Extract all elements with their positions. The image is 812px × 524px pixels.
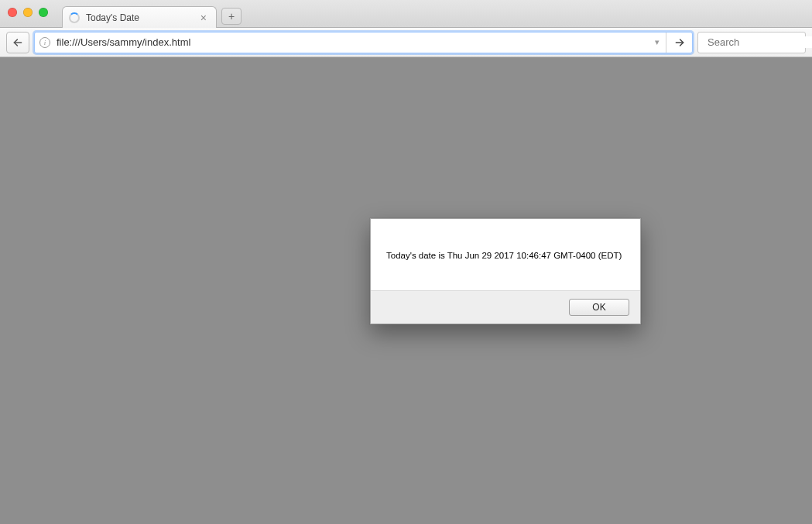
tab-close-button[interactable]: × <box>197 12 210 24</box>
tab-strip: Today's Date × + <box>62 0 242 27</box>
browser-tab[interactable]: Today's Date × <box>62 6 217 28</box>
url-input[interactable] <box>55 33 649 53</box>
window-minimize-button[interactable] <box>23 8 33 17</box>
search-input[interactable] <box>708 36 812 48</box>
arrow-left-icon <box>12 37 23 48</box>
alert-ok-button[interactable]: OK <box>569 299 629 316</box>
tab-title: Today's Date <box>86 12 197 23</box>
back-button[interactable] <box>6 32 29 53</box>
search-box[interactable] <box>697 32 806 53</box>
alert-footer: OK <box>371 290 640 324</box>
info-icon: i <box>39 37 50 48</box>
alert-message: Today's date is Thu Jun 29 2017 10:46:47… <box>386 249 622 262</box>
traffic-lights <box>8 8 48 17</box>
alert-body: Today's date is Thu Jun 29 2017 10:46:47… <box>371 219 640 290</box>
chevron-down-icon: ▾ <box>655 37 660 46</box>
new-tab-button[interactable]: + <box>221 8 242 25</box>
loading-spinner-icon <box>69 12 80 23</box>
alert-dialog: Today's date is Thu Jun 29 2017 10:46:47… <box>370 218 641 324</box>
arrow-right-icon <box>674 37 685 48</box>
site-info-button[interactable]: i <box>35 37 55 48</box>
address-dropdown-button[interactable]: ▾ <box>649 37 666 47</box>
window-close-button[interactable] <box>8 8 17 17</box>
plus-icon: + <box>228 10 235 22</box>
go-button[interactable] <box>666 33 692 53</box>
titlebar: Today's Date × + <box>0 0 812 28</box>
window-zoom-button[interactable] <box>39 8 48 17</box>
address-bar[interactable]: i ▾ <box>34 32 693 53</box>
toolbar: i ▾ <box>0 28 812 57</box>
